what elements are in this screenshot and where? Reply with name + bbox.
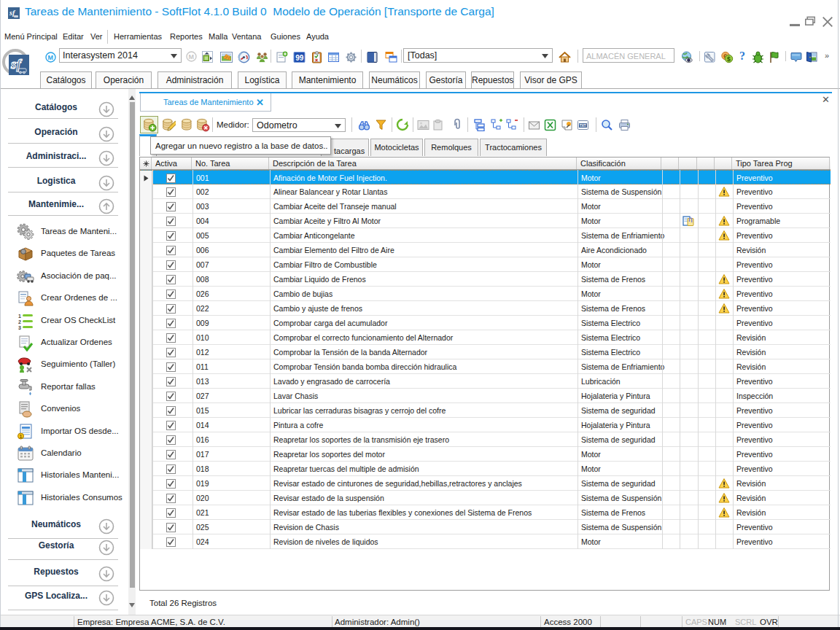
svg-text:1: 1 [20, 433, 23, 438]
svg-text:M: M [188, 53, 194, 61]
svg-text:99: 99 [295, 54, 304, 62]
svg-text:3: 3 [18, 325, 21, 330]
svg-text:TXT: TXT [580, 124, 586, 128]
svg-text:1: 1 [18, 314, 21, 319]
svg-text:sf: sf [10, 56, 22, 71]
svg-text:$: $ [727, 55, 731, 63]
svg-text:2: 2 [18, 319, 21, 324]
